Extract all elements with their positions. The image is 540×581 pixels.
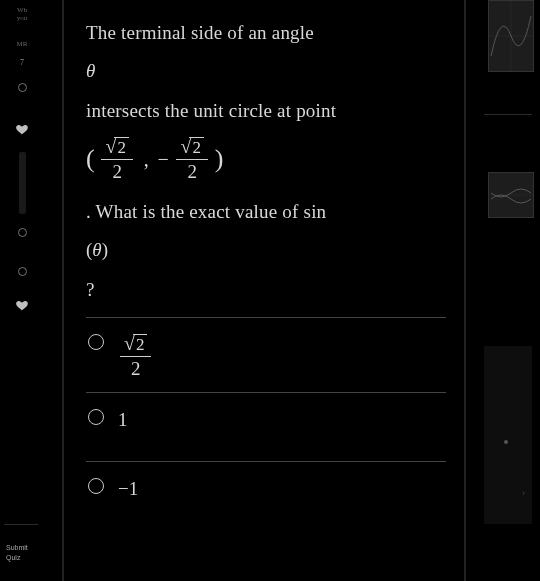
answer-divider xyxy=(86,392,446,393)
radio-icon[interactable] xyxy=(88,334,104,350)
submit-label-1: Submit xyxy=(6,544,28,551)
progress-indicator xyxy=(19,152,26,214)
comma: , xyxy=(140,148,153,170)
nav-dot[interactable] xyxy=(18,228,27,237)
question-point-expression: ( √2 2 , − √2 2 ) xyxy=(86,137,446,181)
radio-icon[interactable] xyxy=(88,409,104,425)
open-paren: ( xyxy=(86,146,95,172)
sidebar-tag: MR xyxy=(17,40,28,48)
answer-option-3[interactable]: −1 xyxy=(86,472,446,520)
panel-border-left xyxy=(62,0,64,581)
chevron-right-icon[interactable]: › xyxy=(522,488,525,498)
right-divider xyxy=(484,114,532,115)
submit-quiz-button[interactable]: Submit Quiz xyxy=(6,543,28,563)
sidebar-nav-dots-2 xyxy=(18,228,27,276)
close-paren: ) xyxy=(215,146,224,172)
question-panel: The terminal side of an angle θ intersec… xyxy=(44,0,474,581)
answer-divider xyxy=(86,461,446,462)
radio-icon[interactable] xyxy=(88,478,104,494)
question-text-line2: intersects the unit circle at point xyxy=(86,98,446,124)
quiz-screen: Wh you MR 7 Submit Quiz The terminal sid… xyxy=(0,0,540,581)
answer-divider xyxy=(86,317,446,318)
fraction-x: √2 2 xyxy=(101,137,132,181)
right-dot xyxy=(504,440,508,444)
radicand: 2 xyxy=(133,334,148,354)
answer-option-1[interactable]: √2 2 xyxy=(86,328,446,382)
answers-list: √2 2 1 −1 xyxy=(86,317,446,520)
denominator: 2 xyxy=(120,357,151,378)
fraction-y: √2 2 xyxy=(176,137,207,181)
panel-border-right xyxy=(464,0,466,581)
answer-option-2[interactable]: 1 xyxy=(86,403,446,451)
answer-value: 1 xyxy=(118,407,128,431)
left-sidebar: Wh you MR 7 Submit Quiz xyxy=(0,0,44,581)
thumbnail-graph-2[interactable] xyxy=(488,172,534,218)
sidebar-header-line2: you xyxy=(17,14,28,22)
theta-symbol: θ xyxy=(92,239,101,260)
radicand: 2 xyxy=(189,137,204,157)
question-text-line1: The terminal side of an angle xyxy=(86,20,446,46)
minus-sign: − xyxy=(157,148,169,170)
right-sidebar: › xyxy=(474,0,540,581)
sidebar-divider xyxy=(4,524,38,525)
question-content: The terminal side of an angle θ intersec… xyxy=(86,20,446,520)
denominator: 2 xyxy=(176,160,207,181)
heart-icon[interactable] xyxy=(15,122,29,136)
radicand: 2 xyxy=(114,137,129,157)
question-sin-theta: (θ) xyxy=(86,239,446,261)
nav-dot[interactable] xyxy=(18,83,27,92)
question-theta: θ xyxy=(86,60,446,82)
theta-symbol: θ xyxy=(86,60,95,81)
sidebar-question-number: 7 xyxy=(20,58,24,67)
close-paren-small: ) xyxy=(102,239,108,260)
question-text-line3: . What is the exact value of sin xyxy=(86,199,446,225)
sidebar-header-line1: Wh xyxy=(17,6,27,14)
submit-label-2: Quiz xyxy=(6,554,20,561)
answer-value: −1 xyxy=(118,476,138,500)
sidebar-nav-dots xyxy=(18,83,27,92)
thumbnail-graph-1[interactable] xyxy=(488,0,534,72)
sidebar-header-text: Wh you xyxy=(17,6,28,22)
heart-icon[interactable] xyxy=(15,298,29,312)
question-mark: ? xyxy=(86,277,446,303)
denominator: 2 xyxy=(101,160,132,181)
answer-value: √2 2 xyxy=(118,332,153,378)
nav-dot[interactable] xyxy=(18,267,27,276)
